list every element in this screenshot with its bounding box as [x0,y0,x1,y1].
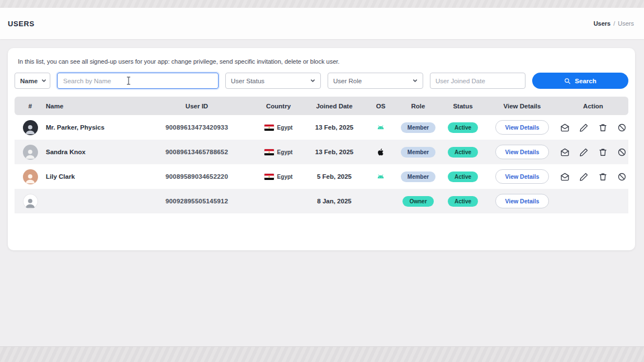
user-role-select-value: User Role [333,78,362,84]
top-bar: USERS Users / Users [0,8,644,39]
email-icon[interactable] [560,147,570,157]
user-id: 90092895505145912 [141,198,253,204]
status-badge: Active [448,196,478,207]
col-header-name: Name [46,103,141,109]
user-country: Egypt [253,125,304,131]
delete-icon[interactable] [598,147,608,157]
user-avatar [23,120,38,135]
joined-date: 13 Feb, 2025 [304,124,364,131]
egypt-flag-icon [264,149,274,155]
block-icon[interactable] [617,123,627,132]
search-input-wrap [57,73,219,89]
block-icon[interactable] [617,147,627,157]
filter-bar: Name User Status User Role Search [15,73,628,89]
row-actions [558,172,628,182]
col-header-country: Country [253,103,304,109]
col-header-index: # [15,103,46,109]
view-details-button[interactable]: View Details [495,169,548,184]
breadcrumb: Users / Users [594,20,634,27]
col-header-view-details: View Details [486,103,558,109]
breadcrumb-current[interactable]: Users [618,20,634,27]
block-icon[interactable] [617,172,627,182]
user-avatar [23,145,38,160]
table-header-row: # Name User ID Country Joined Date OS Ro… [15,97,628,115]
status-badge: Active [448,122,478,133]
joined-date-input[interactable] [430,73,525,89]
egypt-flag-icon [264,174,274,180]
chevron-down-icon [310,78,315,83]
user-status-select[interactable]: User Status [225,73,321,89]
table-row: Mr. Parker, Physics 90089613473420933 Eg… [15,115,628,140]
col-header-joined-date: Joined Date [304,103,364,109]
apple-icon [376,147,385,156]
user-avatar [23,169,38,184]
placeholder-avatar [23,194,38,209]
col-header-os: OS [364,103,397,109]
view-details-button[interactable]: View Details [495,145,548,159]
col-header-user-id: User ID [141,103,253,109]
col-header-role: Role [397,103,439,109]
table-row: Lily Clark 90089589034652220 Egypt 5 Feb… [15,164,628,189]
country-label: Egypt [277,174,293,180]
user-name: Sandra Knox [46,149,141,155]
email-icon[interactable] [560,123,570,132]
user-id: 90089613465788652 [141,149,253,155]
email-icon[interactable] [560,172,570,182]
row-actions [558,147,628,157]
user-status-select-value: User Status [231,78,264,84]
col-header-action: Action [558,103,628,109]
edit-icon[interactable] [579,172,589,182]
search-field-selector[interactable]: Name [15,73,50,89]
table-row: 90092895505145912 8 Jan, 2025 Owner Acti… [15,189,628,213]
user-name: Mr. Parker, Physics [46,124,141,131]
users-panel: In this list, you can see all signed-up … [8,48,635,250]
user-name: Lily Clark [46,173,141,180]
country-label: Egypt [277,125,293,131]
user-country: Egypt [253,174,304,180]
bottom-texture-strip [0,346,644,362]
view-details-button[interactable]: View Details [495,120,548,135]
top-texture-strip [0,0,644,8]
joined-date: 8 Jan, 2025 [304,198,364,204]
country-label: Egypt [277,149,293,155]
delete-icon[interactable] [598,172,608,182]
search-button-label: Search [575,78,596,84]
user-country: Egypt [253,149,304,155]
edit-icon[interactable] [579,123,589,132]
breadcrumb-parent[interactable]: Users [594,20,611,27]
search-input[interactable] [57,73,219,89]
egypt-flag-icon [264,125,274,131]
role-badge: Member [401,147,435,158]
user-role-select[interactable]: User Role [328,73,423,89]
joined-date: 13 Feb, 2025 [304,149,364,155]
breadcrumb-separator: / [613,20,615,27]
table-row: Sandra Knox 90089613465788652 Egypt 13 F… [15,140,628,164]
row-actions [558,123,628,132]
role-badge: Member [401,172,435,182]
panel-description: In this list, you can see all signed-up … [15,56,628,73]
chevron-down-icon [41,78,46,83]
search-icon [564,78,571,84]
search-button[interactable]: Search [532,73,628,89]
android-icon [376,172,385,181]
view-details-button[interactable]: View Details [495,194,548,208]
page-title: USERS [8,20,35,28]
user-id: 90089589034652220 [141,173,253,180]
user-id: 90089613473420933 [141,124,253,131]
android-icon [376,123,385,132]
edit-icon[interactable] [579,147,589,157]
status-badge: Active [448,172,478,182]
col-header-status: Status [439,103,486,109]
status-badge: Active [448,147,478,158]
chevron-down-icon [413,78,418,83]
delete-icon[interactable] [598,123,608,132]
joined-date: 5 Feb, 2025 [304,173,364,180]
role-badge: Member [401,122,435,133]
role-badge: Owner [402,196,433,207]
search-field-selector-value: Name [20,78,37,84]
